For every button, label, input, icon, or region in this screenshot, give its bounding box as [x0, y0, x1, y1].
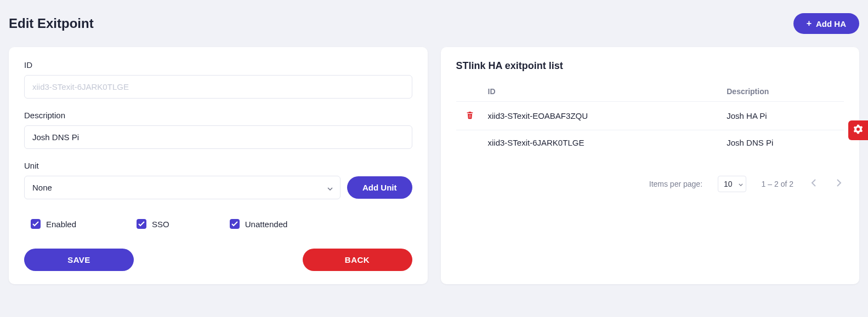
unattended-label: Unattended: [245, 220, 288, 229]
sso-label: SSO: [152, 220, 169, 229]
prev-page-button[interactable]: [809, 177, 819, 191]
gear-icon: [853, 124, 863, 136]
chevron-left-icon: [811, 180, 816, 188]
list-title: STlink HA exitpoint list: [456, 60, 844, 72]
items-per-page-label: Items per page:: [649, 180, 702, 188]
enabled-checkbox[interactable]: Enabled: [31, 219, 76, 229]
plus-icon: +: [807, 19, 812, 28]
paginator: Items per page: 10 1 – 2 of 2: [456, 177, 844, 191]
add-ha-button[interactable]: + Add HA: [793, 13, 859, 34]
row-desc: Josh HA Pi: [722, 102, 844, 130]
check-icon: [230, 219, 240, 229]
enabled-label: Enabled: [46, 220, 76, 229]
row-id: xiid3-STexit-6JARK0TLGE: [484, 130, 723, 155]
ha-list-card: STlink HA exitpoint list ID Description: [441, 47, 860, 284]
unit-label: Unit: [24, 161, 412, 170]
page-title: Edit Exitpoint: [9, 16, 94, 31]
unit-select[interactable]: None: [24, 176, 341, 199]
check-icon: [31, 219, 41, 229]
edit-form-card: ID Description Unit None Add Unit: [9, 47, 428, 284]
back-button[interactable]: BACK: [303, 249, 412, 271]
id-label: ID: [24, 60, 412, 70]
description-input[interactable]: [24, 125, 412, 149]
id-input[interactable]: [24, 75, 412, 99]
col-id-header: ID: [484, 82, 723, 102]
table-row[interactable]: xiid3-STexit-6JARK0TLGE Josh DNS Pi: [456, 130, 844, 155]
check-icon: [137, 219, 146, 229]
items-per-page-select[interactable]: 10: [718, 176, 746, 192]
trash-icon: [466, 113, 474, 121]
next-page-button[interactable]: [834, 177, 844, 191]
col-desc-header: Description: [722, 82, 844, 102]
col-delete: [456, 82, 484, 102]
add-unit-button[interactable]: Add Unit: [347, 176, 412, 199]
page-range: 1 – 2 of 2: [762, 180, 793, 188]
chevron-right-icon: [836, 180, 842, 188]
description-label: Description: [24, 111, 412, 120]
row-desc: Josh DNS Pi: [722, 130, 844, 155]
table-row[interactable]: xiid3-STexit-EOABAF3ZQU Josh HA Pi: [456, 102, 844, 130]
delete-button[interactable]: [464, 109, 475, 122]
save-button[interactable]: SAVE: [24, 249, 134, 271]
sso-checkbox[interactable]: SSO: [137, 219, 169, 229]
unattended-checkbox[interactable]: Unattended: [230, 219, 288, 229]
settings-tab[interactable]: [848, 120, 868, 140]
row-id: xiid3-STexit-EOABAF3ZQU: [484, 102, 723, 130]
add-ha-label: Add HA: [816, 19, 846, 28]
